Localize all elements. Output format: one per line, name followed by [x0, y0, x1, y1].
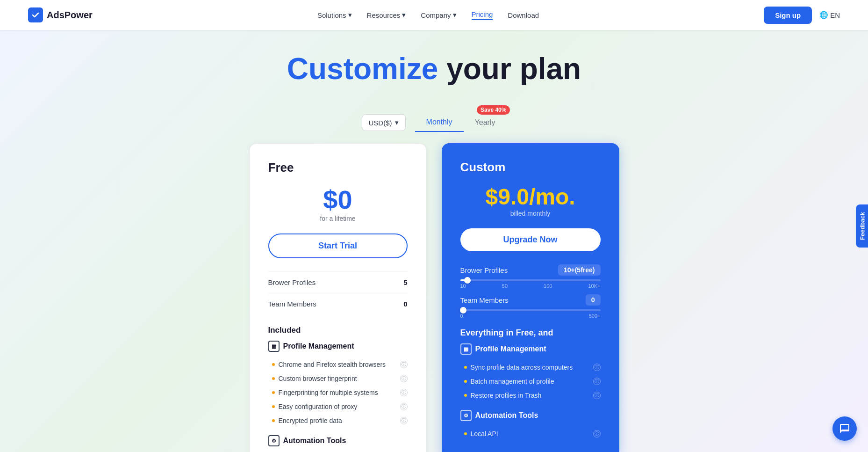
profile-management-icon: ▦: [268, 341, 280, 352]
chevron-down-icon: ▾: [395, 118, 399, 127]
chat-bubble[interactable]: [832, 416, 857, 441]
everything-label: Everything in Free, and: [460, 328, 601, 338]
free-plan-price: $0: [268, 184, 408, 215]
feedback-tab[interactable]: Feedback: [856, 204, 868, 248]
free-feature-item-3: Fingerprinting for multiple systems ⓘ: [268, 386, 408, 400]
currency-select[interactable]: USD($) ▾: [362, 114, 406, 131]
hero-title: Customize your plan: [0, 52, 868, 85]
nav-item-solutions[interactable]: Solutions ▾: [317, 11, 352, 19]
period-tabs: Monthly Yearly Save 40%: [415, 113, 507, 132]
custom-feature-item-local-api: Local API ⓘ: [460, 427, 601, 441]
team-members-slider-row: Team Members 0 0 500+: [460, 294, 601, 319]
nav-link-company[interactable]: Company ▾: [421, 11, 456, 19]
info-icon[interactable]: ⓘ: [593, 364, 601, 371]
info-icon[interactable]: ⓘ: [593, 378, 601, 385]
free-profile-management-label: Profile Management: [283, 342, 354, 350]
nav-link-resources[interactable]: Resources ▾: [367, 11, 406, 19]
feature-text: Chrome and Firefox stealth browsers: [279, 361, 386, 368]
free-browser-profiles-label: Brower Profiles: [268, 278, 316, 286]
browser-profiles-value: 10+(5free): [558, 264, 601, 276]
info-icon[interactable]: ⓘ: [593, 430, 601, 437]
info-icon[interactable]: ⓘ: [593, 392, 601, 399]
free-team-members-label: Team Members: [268, 300, 316, 308]
info-icon[interactable]: ⓘ: [400, 389, 408, 396]
free-plan-card: Free $0 for a lifetime Start Trial Browe…: [249, 143, 427, 452]
nav-item-pricing[interactable]: Pricing: [472, 10, 493, 20]
navbar: AdsPower Solutions ▾ Resources ▾ Company…: [0, 0, 868, 30]
nav-link-solutions[interactable]: Solutions ▾: [317, 11, 352, 19]
custom-profile-icon: ▦: [460, 343, 472, 355]
team-members-marks: 0 500+: [460, 313, 601, 319]
bullet-icon: [272, 377, 275, 380]
free-plan-name: Free: [268, 160, 408, 175]
start-trial-button[interactable]: Start Trial: [268, 233, 408, 258]
custom-automation-category: ⚙ Automation Tools: [460, 410, 601, 421]
nav-link-pricing[interactable]: Pricing: [472, 10, 493, 20]
nav-right: Sign up 🌐 EN: [764, 7, 840, 24]
team-members-fill: [460, 309, 463, 311]
billing-toggle: USD($) ▾ Monthly Yearly Save 40%: [0, 113, 868, 132]
tab-monthly[interactable]: Monthly: [415, 113, 464, 132]
save-badge: Save 40%: [477, 105, 510, 115]
free-feature-item-1: Chrome and Firefox stealth browsers ⓘ: [268, 357, 408, 372]
automation-icon: ⚙: [268, 435, 280, 446]
custom-bullet-icon: [464, 380, 467, 383]
free-feature-item-4: Easy configuration of proxy ⓘ: [268, 400, 408, 414]
browser-profiles-track[interactable]: [460, 279, 601, 281]
info-icon[interactable]: ⓘ: [400, 403, 408, 410]
logo-icon: [28, 7, 43, 22]
custom-bullet-icon: [464, 366, 467, 369]
browser-profiles-slider-row: Brower Profiles 10+(5free) 10 50 100 10K…: [460, 264, 601, 289]
chevron-down-icon: ▾: [348, 11, 352, 19]
free-automation-label: Automation Tools: [283, 437, 346, 445]
browser-profiles-thumb: [464, 277, 471, 284]
custom-feature-item-3: Restore profiles in Trash ⓘ: [460, 388, 601, 402]
chevron-down-icon: ▾: [402, 11, 406, 19]
free-feature-item-5: Encrypted profile data ⓘ: [268, 414, 408, 428]
signup-button[interactable]: Sign up: [764, 7, 812, 24]
custom-plan-price: $9.0/mo.: [460, 184, 601, 210]
chevron-down-icon: ▾: [453, 11, 457, 19]
custom-plan-card: Custom $9.0/mo. billed monthly Upgrade N…: [442, 143, 619, 452]
nav-item-download[interactable]: Download: [508, 11, 539, 19]
feature-text: Fingerprinting for multiple systems: [279, 389, 378, 396]
custom-feature-text: Batch management of profile: [471, 378, 554, 385]
bullet-icon: [272, 391, 275, 394]
nav-link-download[interactable]: Download: [508, 11, 539, 19]
feature-text: Custom browser fingerprint: [279, 375, 357, 382]
custom-feature-text: Sync profile data across computers: [471, 364, 573, 371]
logo[interactable]: AdsPower: [28, 7, 93, 22]
nav-item-company[interactable]: Company ▾: [421, 11, 456, 19]
upgrade-now-button[interactable]: Upgrade Now: [460, 228, 601, 251]
info-icon[interactable]: ⓘ: [400, 361, 408, 368]
free-automation-category: ⚙ Automation Tools: [268, 435, 408, 446]
team-members-thumb: [460, 307, 466, 313]
tab-yearly[interactable]: Yearly: [464, 114, 507, 131]
info-icon[interactable]: ⓘ: [400, 417, 408, 424]
info-icon[interactable]: ⓘ: [400, 375, 408, 382]
bullet-icon: [272, 405, 275, 408]
free-team-members-row: Team Members 0: [268, 293, 408, 314]
custom-feature-item-2: Batch management of profile ⓘ: [460, 374, 601, 388]
custom-plan-price-sub: billed monthly: [460, 210, 601, 217]
free-feature-item-2: Custom browser fingerprint ⓘ: [268, 372, 408, 386]
bullet-icon: [272, 419, 275, 422]
nav-item-resources[interactable]: Resources ▾: [367, 11, 406, 19]
free-browser-profiles-row: Brower Profiles 5: [268, 271, 408, 293]
custom-feature-text: Local API: [471, 430, 498, 437]
custom-automation-label: Automation Tools: [475, 411, 538, 420]
language-button[interactable]: 🌐 EN: [819, 11, 840, 19]
lang-label: EN: [830, 11, 840, 19]
browser-profiles-label: Brower Profiles: [460, 266, 508, 274]
included-label: Included: [268, 326, 408, 335]
custom-profile-management-category: ▦ Profile Management: [460, 343, 601, 355]
team-members-track[interactable]: [460, 309, 601, 311]
free-team-members-value: 0: [403, 300, 407, 308]
free-plan-price-sub: for a lifetime: [268, 215, 408, 222]
team-members-label: Team Members: [460, 296, 509, 304]
nav-links: Solutions ▾ Resources ▾ Company ▾ Pricin…: [317, 10, 539, 20]
feature-text: Easy configuration of proxy: [279, 403, 358, 410]
custom-plan-name: Custom: [460, 160, 601, 175]
bullet-icon: [272, 363, 275, 366]
custom-feature-item-1: Sync profile data across computers ⓘ: [460, 360, 601, 374]
